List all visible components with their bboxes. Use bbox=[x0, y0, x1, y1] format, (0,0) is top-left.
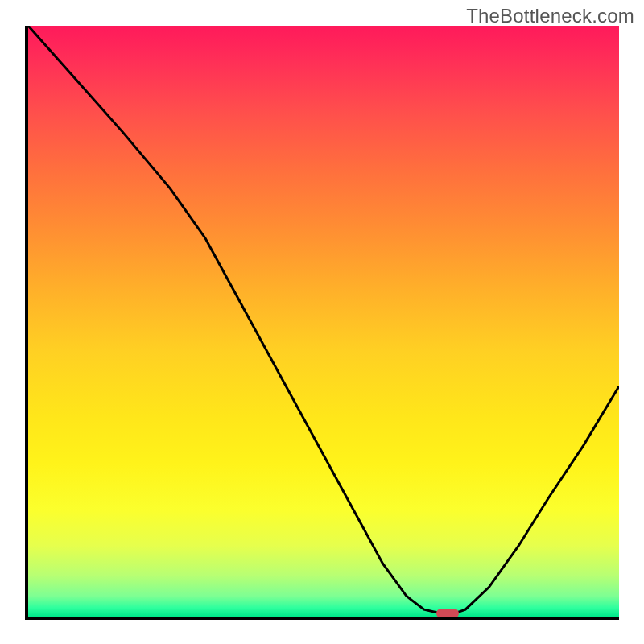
bottleneck-curve bbox=[28, 26, 619, 613]
plot-area bbox=[25, 26, 619, 620]
minimum-marker bbox=[436, 609, 459, 618]
curve-layer bbox=[28, 26, 619, 617]
watermark-text: TheBottleneck.com bbox=[466, 5, 634, 27]
chart-container: TheBottleneck.com bbox=[0, 0, 644, 644]
